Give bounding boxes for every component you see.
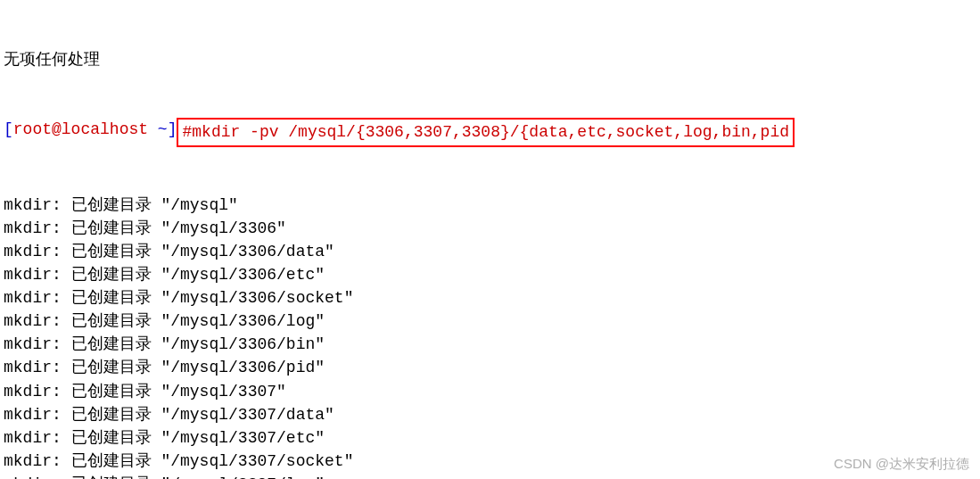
- output-line: mkdir: 已创建目录 "/mysql/3306/socket": [4, 286, 976, 310]
- output-line: mkdir: 已创建目录 "/mysql/3306/data": [4, 240, 976, 263]
- output-line: mkdir: 已创建目录 "/mysql/3307/log": [4, 473, 976, 479]
- command-prompt-line: [root@localhost ~]#mkdir -pv /mysql/{330…: [4, 118, 976, 146]
- prompt-open-bracket: [: [4, 120, 13, 138]
- prompt-tilde: ~: [148, 120, 168, 138]
- output-line: mkdir: 已创建目录 "/mysql/3306": [4, 217, 976, 240]
- output-line: mkdir: 已创建目录 "/mysql/3307": [4, 380, 976, 403]
- output-line: mkdir: 已创建目录 "/mysql/3306/bin": [4, 333, 976, 356]
- output-line: mkdir: 已创建目录 "/mysql/3306/etc": [4, 263, 976, 286]
- output-line: mkdir: 已创建目录 "/mysql/3306/pid": [4, 356, 976, 379]
- header-text: 无项任何处理: [4, 48, 976, 71]
- output-lines-container: mkdir: 已创建目录 "/mysql"mkdir: 已创建目录 "/mysq…: [4, 194, 976, 479]
- output-line: mkdir: 已创建目录 "/mysql": [4, 194, 976, 217]
- command-text: mkdir -pv /mysql/{3306,3307,3308}/{data,…: [192, 123, 789, 141]
- prompt-hash: #: [182, 123, 192, 141]
- output-line: mkdir: 已创建目录 "/mysql/3307/data": [4, 403, 976, 426]
- highlighted-command: #mkdir -pv /mysql/{3306,3307,3308}/{data…: [177, 118, 795, 146]
- watermark-text: CSDN @达米安利拉德: [834, 454, 969, 474]
- prompt-user-host: root@localhost: [13, 120, 148, 138]
- terminal-output: 无项任何处理 [root@localhost ~]#mkdir -pv /mys…: [4, 2, 976, 479]
- prompt-close-bracket: ]: [168, 120, 177, 138]
- output-line: mkdir: 已创建目录 "/mysql/3306/log": [4, 310, 976, 333]
- output-line: mkdir: 已创建目录 "/mysql/3307/socket": [4, 450, 976, 473]
- output-line: mkdir: 已创建目录 "/mysql/3307/etc": [4, 426, 976, 450]
